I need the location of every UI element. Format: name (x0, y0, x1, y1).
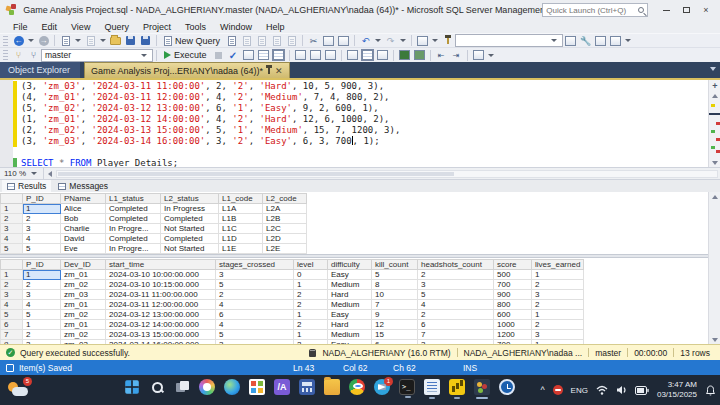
cell[interactable]: zm_02 (61, 310, 106, 320)
row-number[interactable]: 5 (1, 310, 23, 320)
scroll-down-icon[interactable] (712, 338, 718, 342)
save-button[interactable] (124, 35, 137, 47)
cell[interactable]: 500 (494, 270, 532, 280)
taskbar-clock[interactable]: 3:47 AM 03/15/2025 (657, 380, 697, 400)
code-line[interactable]: (2, 'zm_02', '2024-03-13 15:00:00', 5, '… (13, 125, 708, 136)
cell[interactable]: 15 (372, 330, 418, 340)
task-view-button[interactable] (174, 379, 190, 395)
scroll-down-icon[interactable] (712, 161, 718, 165)
misc-dropdown[interactable] (432, 39, 438, 42)
result-grid-2[interactable]: P_IDDev_IDstart_timestages_crossedleveld… (0, 259, 584, 344)
cell[interactable]: Completed (106, 204, 161, 214)
cell[interactable]: 10 (372, 290, 418, 300)
cell[interactable]: 1200 (494, 330, 532, 340)
breakpoint-margin[interactable] (0, 80, 13, 167)
cell[interactable]: 2024-03-12 13:00:00.000 (106, 310, 216, 320)
cell[interactable]: 800 (494, 300, 532, 310)
cell[interactable]: 3 (532, 290, 584, 300)
analysis-query-button-2[interactable] (255, 35, 268, 47)
register-server-button[interactable] (564, 35, 577, 47)
cell[interactable]: Hard (328, 320, 372, 330)
menu-view[interactable]: View (64, 22, 97, 32)
cell[interactable]: Completed (161, 234, 219, 244)
comment-button[interactable] (398, 49, 411, 61)
cell[interactable]: 1 (532, 310, 584, 320)
editor-vertical-scrollbar[interactable]: + (708, 80, 720, 167)
analysis-query-button-4[interactable] (285, 35, 298, 47)
specify-values-button[interactable] (472, 49, 485, 61)
column-header[interactable]: score (494, 260, 532, 270)
cell[interactable]: 4 (23, 234, 61, 244)
menu-file[interactable]: File (6, 22, 35, 32)
results-to-text-button[interactable] (346, 49, 359, 61)
cell[interactable]: 5 (23, 244, 61, 254)
telegram-icon[interactable]: 1 (374, 379, 390, 395)
row-number[interactable]: 5 (1, 244, 23, 254)
analysis-query-button-3[interactable] (270, 35, 283, 47)
menu-query[interactable]: Query (97, 22, 136, 32)
notepad-icon[interactable] (424, 379, 440, 395)
row-number[interactable]: 3 (1, 224, 23, 234)
column-header[interactable]: L1_code (219, 194, 263, 204)
cell[interactable]: 600 (494, 310, 532, 320)
redo-dropdown[interactable] (400, 39, 406, 42)
cell[interactable]: 1 (294, 280, 328, 290)
menu-edit[interactable]: Edit (35, 22, 65, 32)
cell[interactable]: zm_01 (61, 300, 106, 310)
close-button[interactable]: × (696, 2, 716, 18)
analysis-query-button-1[interactable] (240, 35, 253, 47)
volume-icon[interactable] (616, 385, 627, 395)
cell[interactable]: 2 (23, 280, 61, 290)
cell[interactable]: 2024-03-10 10:15:00.000 (106, 280, 216, 290)
quick-launch-input[interactable] (546, 6, 638, 15)
row-number[interactable]: 1 (1, 270, 23, 280)
cell[interactable]: 1 (532, 270, 584, 280)
cell[interactable]: David (61, 234, 106, 244)
column-header[interactable]: start_time (106, 260, 216, 270)
cell[interactable]: 5 (23, 310, 61, 320)
cell[interactable]: 3 (23, 224, 61, 234)
cell[interactable]: 3 (23, 290, 61, 300)
cell[interactable]: 5 (216, 330, 294, 340)
scroll-left-icon[interactable] (48, 171, 52, 177)
cell[interactable]: 2 (532, 300, 584, 310)
cell[interactable]: 1 (23, 204, 61, 214)
cell[interactable]: 12 (372, 320, 418, 330)
row-number[interactable]: 6 (1, 320, 23, 330)
cell[interactable]: Medium (328, 300, 372, 310)
code-line[interactable]: (3, 'zm_03', '2024-03-14 16:00:00', 3, '… (13, 136, 708, 147)
tab-results[interactable]: Results (2, 180, 51, 192)
open-button[interactable] (109, 35, 122, 47)
row-number[interactable]: 7 (1, 330, 23, 340)
cell[interactable]: 6 (216, 310, 294, 320)
cell[interactable]: L2D (263, 234, 307, 244)
cell[interactable]: 7 (372, 300, 418, 310)
scroll-up-icon[interactable] (712, 195, 718, 199)
powerbi-icon[interactable] (449, 379, 465, 395)
cell[interactable]: L1B (219, 214, 263, 224)
cell[interactable]: zm_02 (61, 280, 106, 290)
new-query-button[interactable]: New Query (160, 36, 224, 46)
cell[interactable]: 2 (418, 270, 494, 280)
cell[interactable]: 4 (216, 300, 294, 310)
cell[interactable]: 2024-03-11 12:00:00.000 (106, 300, 216, 310)
cell[interactable]: Not Started (161, 244, 219, 254)
cell[interactable]: 1 (23, 270, 61, 280)
connect-button[interactable]: ⑂ (12, 49, 25, 61)
purple-app-icon[interactable]: /A (274, 379, 290, 395)
cell[interactable]: 2 (418, 310, 494, 320)
cell[interactable]: 2024-03-10 10:00:00.000 (106, 270, 216, 280)
cell[interactable]: 2 (532, 320, 584, 330)
cell[interactable]: Completed (161, 214, 219, 224)
available-databases-combo[interactable] (455, 34, 563, 47)
splitter-handle-icon[interactable]: + (710, 81, 720, 91)
cell[interactable]: 1 (294, 310, 328, 320)
cell[interactable]: Medium (328, 280, 372, 290)
actual-plan-button[interactable] (294, 49, 307, 61)
cell[interactable]: 4 (418, 300, 494, 310)
cell[interactable]: L1E (219, 244, 263, 254)
cell[interactable]: Eve (61, 244, 106, 254)
undo-dropdown[interactable] (375, 39, 381, 42)
cell[interactable]: 2 (23, 330, 61, 340)
toolbar-options-dropdown[interactable] (625, 39, 631, 42)
